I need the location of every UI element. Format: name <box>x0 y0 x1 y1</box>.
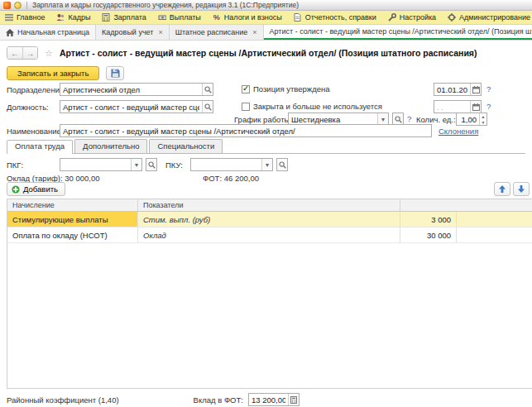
chevron-down-icon[interactable]: ▾ <box>261 159 272 170</box>
table-row[interactable]: Оплата по окладу (НСОТ) Оклад 30 000 <box>7 227 532 243</box>
favorite-star-icon[interactable]: ☆ <box>45 48 53 59</box>
indicator-cell[interactable]: Оклад <box>138 227 400 242</box>
tab-specialties[interactable]: Специальности <box>149 139 223 153</box>
menu-label: Налоги и взносы <box>224 13 282 22</box>
menu-item-taxes[interactable]: % Налоги и взносы <box>213 13 282 22</box>
menu-item-salary[interactable]: Зарплата <box>102 13 146 22</box>
table-row[interactable]: Стимулирующие выплаты Стим. выпл. (руб) … <box>7 212 532 227</box>
approved-checkbox-label: Позиция утверждена <box>253 84 330 93</box>
department-input[interactable] <box>60 84 202 95</box>
units-input[interactable] <box>457 113 479 125</box>
main-menu-button[interactable] <box>14 2 22 9</box>
units-field[interactable]: ▲ ▼ <box>456 113 487 126</box>
pkg-combo[interactable]: ▾ <box>60 158 142 171</box>
home-icon <box>6 29 14 36</box>
calendar-icon[interactable] <box>470 84 481 95</box>
open-icon[interactable] <box>202 101 213 113</box>
approved-date-input[interactable] <box>434 84 470 95</box>
open-icon[interactable] <box>202 84 213 95</box>
window-title: Зарплата и кадры государственного учрежд… <box>32 1 299 9</box>
menu-item-administration[interactable]: Администрирование <box>448 13 530 22</box>
department-field[interactable] <box>60 83 213 96</box>
fot-contribution-input[interactable] <box>249 394 288 405</box>
empty-cell[interactable] <box>457 212 532 227</box>
move-up-button[interactable] <box>494 182 510 196</box>
declensions-link[interactable]: Склонения <box>439 127 478 136</box>
window-titlebar: Зарплата и кадры государственного учрежд… <box>0 0 532 11</box>
form-footer: Районный коэффициент (1,40) Вклад в ФОТ: <box>0 392 532 407</box>
people-icon <box>56 13 65 22</box>
pku-input[interactable] <box>191 159 261 170</box>
tab-pay[interactable]: Оплата труда <box>7 140 73 154</box>
calendar-icon[interactable] <box>470 101 481 113</box>
menu-label: Администрирование <box>459 13 530 22</box>
approved-checkbox[interactable]: ✓ Позиция утверждена <box>242 84 330 93</box>
open-forms-tabbar: Начальная страница Кадровый учет × Штатн… <box>0 25 532 41</box>
help-link[interactable]: ? <box>486 84 491 93</box>
chevron-down-icon[interactable]: ▾ <box>131 159 141 170</box>
menu-label: Главное <box>17 13 45 22</box>
back-button[interactable]: ← <box>7 47 22 59</box>
menu-item-main[interactable]: Главное <box>5 13 45 22</box>
tab-home[interactable]: Начальная страница <box>0 25 96 40</box>
accrual-cell[interactable]: Стимулирующие выплаты <box>7 212 138 227</box>
menu-item-reports[interactable]: Отчетность, справки <box>294 13 376 22</box>
floppy-icon <box>111 69 120 78</box>
checkbox-unchecked-icon <box>242 103 250 111</box>
name-field[interactable] <box>60 124 432 137</box>
menu-label: Отчетность, справки <box>305 13 376 22</box>
titlebar-divider <box>26 2 27 9</box>
chevron-down-icon[interactable]: ▾ <box>377 113 388 125</box>
checkbox-checked-icon: ✓ <box>242 85 250 93</box>
approved-date-field[interactable] <box>434 83 482 96</box>
regional-coefficient-text: Районный коэффициент (1,40) <box>7 395 119 405</box>
add-button[interactable]: Добавить <box>7 182 65 196</box>
name-label: Наименование: <box>7 127 64 136</box>
pku-open-button[interactable] <box>276 158 288 171</box>
spin-up-icon[interactable]: ▲ <box>480 113 486 119</box>
tab-kadrovyi-uchet[interactable]: Кадровый учет × <box>96 25 170 40</box>
pku-combo[interactable]: ▾ <box>190 158 273 171</box>
indicator-cell[interactable]: Стим. выпл. (руб) <box>138 212 400 227</box>
pkg-label: ПКГ: <box>7 160 23 170</box>
menu-item-settings[interactable]: Настройка <box>388 13 436 22</box>
closed-date-field[interactable] <box>434 100 482 113</box>
calculator-icon[interactable] <box>288 394 299 405</box>
closed-date-input[interactable] <box>434 101 470 113</box>
spin-down-icon[interactable]: ▼ <box>480 119 486 125</box>
command-bar: Записать и закрыть <box>0 65 532 81</box>
tab-label: Штатное расписание <box>175 28 248 36</box>
position-field[interactable] <box>60 100 213 113</box>
schedule-label: График работы: <box>234 115 292 124</box>
1c-logo-icon <box>3 2 11 9</box>
close-icon[interactable]: × <box>158 28 162 36</box>
column-header-indicators[interactable]: Показатели <box>138 199 400 211</box>
value-cell[interactable]: 30 000 <box>400 227 457 242</box>
move-down-button[interactable] <box>513 182 530 196</box>
position-input[interactable] <box>60 101 202 113</box>
empty-cell[interactable] <box>457 227 532 242</box>
save-and-close-button[interactable]: Записать и закрыть <box>7 66 99 80</box>
tab-label: Начальная страница <box>17 28 89 36</box>
schedule-input[interactable] <box>289 113 377 125</box>
pkg-input[interactable] <box>60 159 131 170</box>
forward-button[interactable]: → <box>22 47 37 59</box>
help-link[interactable]: ? <box>407 114 411 123</box>
fot-contribution-field[interactable] <box>248 393 300 406</box>
tab-position-form[interactable]: Артист - солист - ведущий мастер сцены /… <box>264 25 532 40</box>
close-icon[interactable]: × <box>252 28 256 36</box>
accrual-cell[interactable]: Оплата по окладу (НСОТ) <box>7 227 138 242</box>
pkg-open-button[interactable] <box>146 158 157 171</box>
tab-shtatnoe-raspisanie[interactable]: Штатное расписание × <box>170 25 264 40</box>
save-button[interactable] <box>106 66 124 80</box>
column-header-accrual[interactable]: Начисление <box>7 199 138 211</box>
menu-item-payments[interactable]: Выплаты <box>158 13 201 22</box>
menu-item-hr[interactable]: Кадры <box>56 13 90 22</box>
closed-checkbox[interactable]: Закрыта и больше не используется <box>242 102 382 111</box>
tab-additional[interactable]: Дополнительно <box>74 139 147 153</box>
value-cell[interactable]: 3 000 <box>400 212 457 227</box>
name-input[interactable] <box>60 125 431 136</box>
help-link[interactable]: ? <box>486 102 491 111</box>
wrench-icon <box>388 13 396 22</box>
menu-label: Кадры <box>68 13 90 22</box>
